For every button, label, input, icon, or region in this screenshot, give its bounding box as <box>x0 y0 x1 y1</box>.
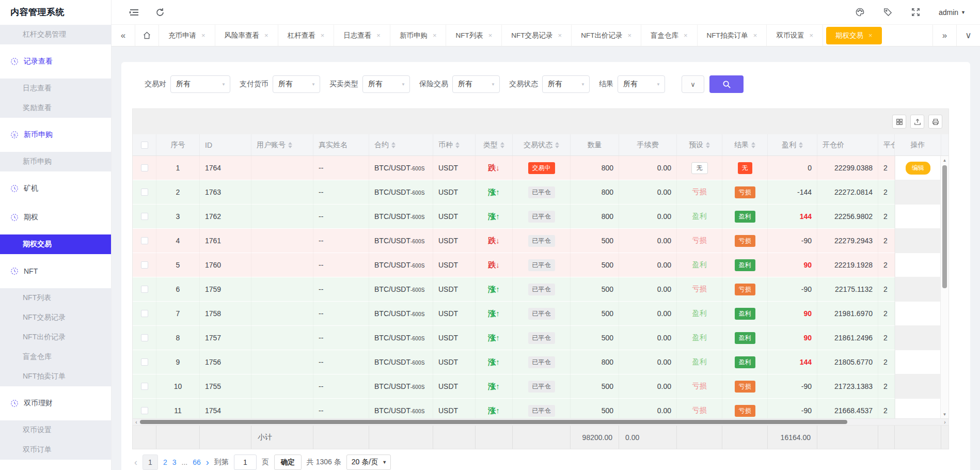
tab-盲盒仓库[interactable]: 盲盒仓库× <box>641 25 698 46</box>
close-icon[interactable]: × <box>558 32 562 39</box>
vertical-scroll-thumb[interactable] <box>942 165 947 288</box>
close-icon[interactable]: × <box>488 32 493 39</box>
filter-select-5[interactable]: 所有▼ <box>618 75 665 93</box>
sort-icon[interactable] <box>799 142 803 148</box>
row-checkbox[interactable] <box>141 407 148 414</box>
row-checkbox[interactable] <box>141 213 148 220</box>
sidebar-item-10[interactable]: NFT列表 <box>0 288 111 308</box>
row-checkbox[interactable] <box>141 164 148 171</box>
scroll-left-icon[interactable]: ‹ <box>133 419 140 425</box>
scroll-up-icon[interactable]: ▲ <box>941 156 949 164</box>
sort-icon[interactable] <box>288 142 292 148</box>
close-icon[interactable]: × <box>684 32 688 39</box>
tab-杠杆查看[interactable]: 杠杆查看× <box>278 25 335 46</box>
col-header-profit[interactable]: 盈利 <box>768 134 817 155</box>
sidebar-item-9[interactable]: NFT <box>0 259 111 283</box>
sidebar-item-4[interactable]: $新币申购 <box>0 123 111 147</box>
sidebar-item-5[interactable]: 新币申购 <box>0 152 111 171</box>
page-size-select[interactable]: 20 条/页▼ <box>346 455 391 470</box>
page-number[interactable]: 3 <box>172 458 177 466</box>
sort-icon[interactable] <box>751 142 755 148</box>
filter-select-2[interactable]: 所有▼ <box>362 75 410 93</box>
refresh-icon[interactable] <box>155 7 165 18</box>
row-checkbox[interactable] <box>141 383 148 390</box>
select-all-checkbox[interactable] <box>141 142 148 149</box>
theme-palette-icon[interactable] <box>855 7 865 18</box>
tag-icon[interactable] <box>883 7 893 18</box>
col-header-account[interactable]: 用户账号 <box>251 134 313 155</box>
home-tab-button[interactable] <box>135 25 159 46</box>
column-settings-button[interactable] <box>892 115 906 129</box>
sort-icon[interactable] <box>455 142 460 148</box>
menu-collapse-icon[interactable] <box>129 7 139 18</box>
page-number[interactable]: 66 <box>193 458 201 466</box>
tab-充币申请[interactable]: 充币申请× <box>159 25 215 46</box>
sidebar-item-6[interactable]: 矿机 <box>0 177 111 200</box>
filters-expand-button[interactable]: ∨ <box>682 75 704 93</box>
tab-日志查看[interactable]: 日志查看× <box>334 25 390 46</box>
confirm-button[interactable]: 确定 <box>274 455 302 470</box>
vertical-scrollbar[interactable]: ▲ ▼ <box>940 156 949 418</box>
close-icon[interactable]: × <box>809 32 813 39</box>
tab-双币设置[interactable]: 双币设置× <box>767 25 823 46</box>
col-header-status[interactable]: 交易状态 <box>513 134 571 155</box>
close-icon[interactable]: × <box>321 32 325 39</box>
row-checkbox[interactable] <box>141 334 148 341</box>
close-icon[interactable]: × <box>753 32 757 39</box>
filter-select-3[interactable]: 所有▼ <box>452 75 500 93</box>
horizontal-scrollbar[interactable]: ‹ › <box>132 419 949 426</box>
scroll-right-icon[interactable]: › <box>941 419 949 425</box>
sidebar-item-11[interactable]: NFT交易记录 <box>0 308 111 327</box>
sidebar-item-0[interactable]: 杠杆交易管理 <box>0 25 111 44</box>
close-icon[interactable]: × <box>201 32 206 39</box>
sidebar-item-15[interactable]: 双币理财 <box>0 391 111 415</box>
scroll-down-icon[interactable]: ▼ <box>941 410 949 418</box>
sort-icon[interactable] <box>500 142 504 148</box>
sidebar-item-17[interactable]: 双币订单 <box>0 440 111 460</box>
sidebar-item-14[interactable]: NFT拍卖订单 <box>0 367 111 386</box>
page-number[interactable]: 2 <box>163 458 167 466</box>
tab-风险率查看[interactable]: 风险率查看× <box>215 25 278 46</box>
sort-icon[interactable] <box>391 142 396 148</box>
col-header-preset[interactable]: 预设 <box>677 134 722 155</box>
row-checkbox[interactable] <box>141 286 148 293</box>
print-button[interactable] <box>928 115 942 129</box>
col-header-coin[interactable]: 币种 <box>433 134 476 155</box>
goto-page-input[interactable] <box>234 455 257 470</box>
tab-NFT拍卖订单[interactable]: NFT拍卖订单× <box>698 25 767 46</box>
close-icon[interactable]: × <box>627 32 631 39</box>
col-header-result[interactable]: 结果 <box>722 134 768 155</box>
sidebar-item-13[interactable]: 盲盒仓库 <box>0 347 111 367</box>
current-page[interactable]: 1 <box>143 455 158 470</box>
sidebar-item-16[interactable]: 双币设置 <box>0 420 111 440</box>
sort-icon[interactable] <box>706 142 710 148</box>
tab-新币申购[interactable]: 新币申购× <box>390 25 447 46</box>
sidebar-item-2[interactable]: 日志查看 <box>0 79 111 98</box>
close-icon[interactable]: × <box>376 32 381 39</box>
fullscreen-icon[interactable] <box>911 7 921 18</box>
filter-select-1[interactable]: 所有▼ <box>273 75 320 93</box>
col-header-type[interactable]: 类型 <box>476 134 513 155</box>
close-icon[interactable]: × <box>868 32 873 39</box>
tabs-scroll-left-button[interactable]: « <box>112 25 135 46</box>
tabs-scroll-right-button[interactable]: » <box>932 25 956 46</box>
row-checkbox[interactable] <box>141 261 148 269</box>
tab-NFT列表[interactable]: NFT列表× <box>446 25 502 46</box>
search-button[interactable] <box>709 75 744 93</box>
prev-page-button[interactable]: ‹ <box>134 457 137 468</box>
row-checkbox[interactable] <box>141 237 148 244</box>
sidebar-item-8[interactable]: 期权交易 <box>0 234 111 254</box>
sidebar-item-3[interactable]: 奖励查看 <box>0 98 111 118</box>
tab-NFT出价记录[interactable]: NFT出价记录× <box>572 25 641 46</box>
sidebar-item-7[interactable]: 期权 <box>0 206 111 229</box>
row-checkbox[interactable] <box>141 189 148 196</box>
tab-NFT交易记录[interactable]: NFT交易记录× <box>502 25 572 46</box>
sort-icon[interactable] <box>555 142 559 148</box>
sidebar-item-1[interactable]: 记录查看 <box>0 50 111 73</box>
col-header-contract[interactable]: 合约 <box>369 134 433 155</box>
row-checkbox[interactable] <box>141 310 148 317</box>
filter-select-0[interactable]: 所有▼ <box>170 75 230 93</box>
tab-期权交易[interactable]: 期权交易× <box>826 27 882 44</box>
filter-select-4[interactable]: 所有▼ <box>542 75 590 93</box>
row-checkbox[interactable] <box>141 358 148 366</box>
